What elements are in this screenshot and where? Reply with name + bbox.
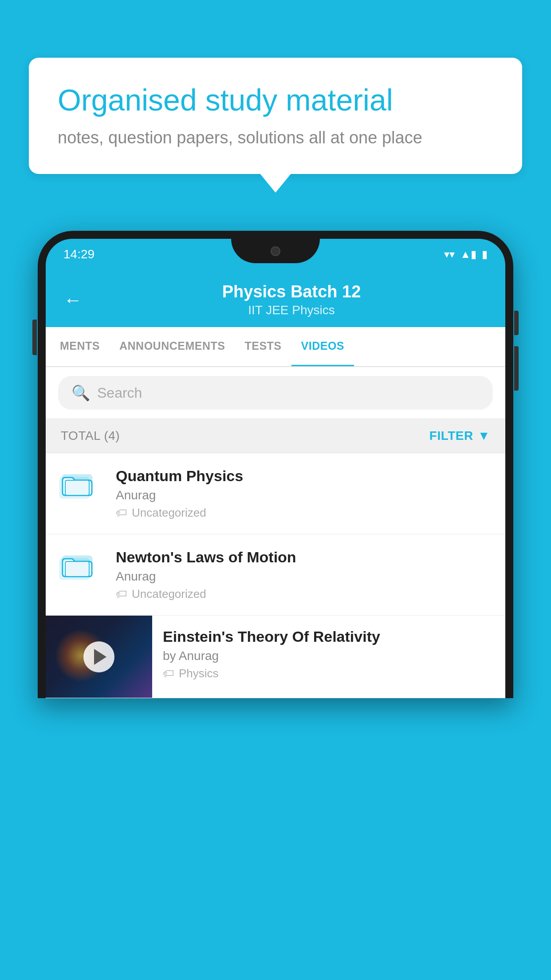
status-time: 14:29 — [63, 247, 94, 261]
camera — [271, 246, 280, 256]
header-title: Physics Batch 12 — [95, 282, 488, 301]
search-icon: 🔍 — [71, 384, 90, 402]
filter-icon: ▼ — [478, 429, 490, 443]
video-tag: Physics — [179, 667, 219, 680]
tab-videos[interactable]: VIDEOS — [291, 327, 354, 366]
phone-outer: 14:29 ▾▾ ▲▮ ▮ ← Physics Batch 12 IIT JEE… — [38, 231, 513, 698]
video-info: Quantum Physics Anurag 🏷 Uncategorized — [116, 467, 492, 520]
video-tag-row: 🏷 Uncategorized — [116, 587, 492, 601]
video-info: Newton's Laws of Motion Anurag 🏷 Uncateg… — [116, 549, 492, 601]
wifi-icon: ▾▾ — [444, 248, 455, 261]
speech-bubble-title: Organised study material — [58, 82, 493, 119]
tabs-bar: MENTS ANNOUNCEMENTS TESTS VIDEOS — [46, 327, 505, 367]
video-list: Quantum Physics Anurag 🏷 Uncategorized — [46, 453, 505, 698]
battery-icon: ▮ — [482, 248, 488, 261]
app-header: ← Physics Batch 12 IIT JEE Physics — [46, 270, 505, 327]
phone-frame: 14:29 ▾▾ ▲▮ ▮ ← Physics Batch 12 IIT JEE… — [38, 231, 513, 980]
video-tag: Uncategorized — [132, 587, 206, 601]
folder-icon — [59, 549, 103, 586]
search-bar[interactable]: 🔍 Search — [58, 376, 493, 410]
video-tag-row: 🏷 Physics — [163, 667, 495, 680]
signal-icon: ▲▮ — [460, 248, 476, 261]
video-tag: Uncategorized — [132, 506, 206, 520]
total-count: TOTAL (4) — [61, 429, 120, 443]
speech-bubble: Organised study material notes, question… — [29, 58, 522, 174]
status-icons: ▾▾ ▲▮ ▮ — [444, 248, 488, 261]
volume-button — [32, 320, 37, 355]
video-info: Einstein's Theory Of Relativity by Anura… — [152, 616, 505, 693]
status-bar: 14:29 ▾▾ ▲▮ ▮ — [46, 239, 505, 270]
video-thumbnail — [46, 616, 152, 698]
play-button[interactable] — [83, 641, 114, 672]
tag-icon: 🏷 — [163, 667, 174, 680]
video-author: Anurag — [116, 488, 492, 502]
svg-rect-5 — [65, 561, 89, 577]
filter-label: FILTER — [429, 429, 473, 443]
tab-ments[interactable]: MENTS — [50, 327, 110, 366]
video-author: Anurag — [116, 569, 492, 584]
tab-tests[interactable]: TESTS — [235, 327, 291, 366]
filter-bar: TOTAL (4) FILTER ▼ — [46, 419, 505, 453]
list-item[interactable]: Einstein's Theory Of Relativity by Anura… — [46, 616, 505, 698]
tab-announcements[interactable]: ANNOUNCEMENTS — [110, 327, 235, 366]
video-title: Quantum Physics — [116, 467, 492, 485]
power-button-top — [514, 311, 519, 335]
power-button-bottom — [514, 346, 519, 391]
speech-bubble-subtitle: notes, question papers, solutions all at… — [58, 128, 493, 147]
filter-button[interactable]: FILTER ▼ — [429, 429, 490, 443]
phone-notch — [231, 239, 320, 263]
tag-icon: 🏷 — [116, 506, 127, 520]
folder-icon — [59, 467, 103, 505]
video-title: Newton's Laws of Motion — [116, 549, 492, 566]
video-title: Einstein's Theory Of Relativity — [163, 628, 495, 645]
svg-rect-2 — [65, 480, 89, 495]
search-input[interactable]: Search — [97, 385, 142, 401]
video-author: by Anurag — [163, 649, 495, 663]
back-button[interactable]: ← — [63, 289, 82, 311]
list-item[interactable]: Quantum Physics Anurag 🏷 Uncategorized — [46, 453, 505, 534]
speech-bubble-section: Organised study material notes, question… — [29, 58, 522, 174]
phone-screen: ← Physics Batch 12 IIT JEE Physics MENTS… — [46, 270, 505, 698]
header-title-block: Physics Batch 12 IIT JEE Physics — [95, 282, 488, 317]
video-tag-row: 🏷 Uncategorized — [116, 506, 492, 520]
play-icon — [94, 649, 106, 665]
search-bar-container: 🔍 Search — [46, 367, 505, 419]
header-subtitle: IIT JEE Physics — [95, 303, 488, 317]
tag-icon: 🏷 — [116, 587, 127, 601]
list-item[interactable]: Newton's Laws of Motion Anurag 🏷 Uncateg… — [46, 534, 505, 616]
